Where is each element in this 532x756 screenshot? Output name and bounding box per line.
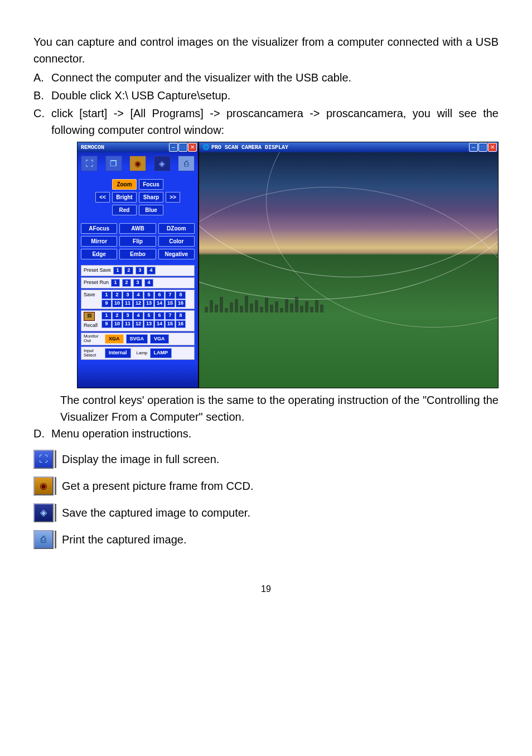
print-icon[interactable]: ⎙ bbox=[178, 156, 195, 171]
input-select-label: Input Select bbox=[84, 349, 103, 358]
recall-num[interactable]: 7 bbox=[165, 312, 175, 320]
lamp-value[interactable]: LAMP bbox=[150, 348, 172, 358]
step-a: A. Connect the computer and the visualiz… bbox=[33, 69, 499, 86]
save-num[interactable]: 9 bbox=[101, 300, 112, 307]
recall-num[interactable]: 3 bbox=[123, 312, 133, 320]
preview-silhouette bbox=[199, 292, 498, 312]
save-num[interactable]: 13 bbox=[144, 300, 154, 307]
blue-button[interactable]: Blue bbox=[139, 205, 163, 215]
recall-row: 🖼 Recall 1 2 3 4 5 6 7 8 9 10 11 12 13 bbox=[81, 310, 195, 331]
save-num[interactable]: 14 bbox=[154, 300, 165, 307]
focus-button[interactable]: Focus bbox=[139, 179, 163, 190]
menu-item-save: ◈ Save the captured image to computer. bbox=[33, 503, 499, 522]
recall-num[interactable]: 11 bbox=[123, 320, 133, 328]
preset-num[interactable]: 1 bbox=[113, 267, 122, 275]
recall-num[interactable]: 4 bbox=[133, 312, 143, 320]
save-num[interactable]: 10 bbox=[112, 300, 122, 307]
recall-num[interactable]: 6 bbox=[154, 312, 165, 320]
intro-paragraph: You can capture and control images on th… bbox=[33, 33, 499, 67]
save-num[interactable]: 8 bbox=[176, 291, 186, 299]
step-d: D. Menu operation instructions. bbox=[33, 425, 499, 442]
preset-num[interactable]: 1 bbox=[111, 279, 120, 287]
sharp-button[interactable]: Sharp bbox=[139, 192, 163, 203]
bright-button[interactable]: Bright bbox=[112, 192, 137, 203]
save-num[interactable]: 16 bbox=[176, 300, 186, 307]
control-grid: Zoom Focus << Bright Sharp >> Red Blue bbox=[81, 179, 195, 215]
menu-item-capture: ◉ Get a present picture frame from CCD. bbox=[33, 476, 499, 495]
next-button[interactable]: >> bbox=[166, 192, 180, 203]
red-button[interactable]: Red bbox=[112, 205, 137, 215]
save-num[interactable]: 1 bbox=[101, 291, 112, 299]
recall-num[interactable]: 1 bbox=[101, 312, 112, 320]
xga-chip[interactable]: XGA bbox=[105, 334, 124, 344]
preset-num[interactable]: 2 bbox=[122, 279, 131, 287]
preset-num[interactable]: 3 bbox=[133, 279, 142, 287]
save-num[interactable]: 2 bbox=[112, 291, 122, 299]
save-num[interactable]: 11 bbox=[123, 300, 133, 307]
window-icon[interactable]: ❐ bbox=[105, 156, 122, 171]
close-icon[interactable]: ✕ bbox=[488, 143, 497, 152]
step-text: Connect the computer and the visualizer … bbox=[51, 69, 499, 86]
recall-num[interactable]: 8 bbox=[176, 312, 186, 320]
step-letter: C. bbox=[33, 105, 51, 138]
dzoom-button[interactable]: DZoom bbox=[158, 223, 195, 234]
svga-chip[interactable]: SVGA bbox=[126, 334, 148, 344]
save-num[interactable]: 5 bbox=[144, 291, 154, 299]
save-num[interactable]: 3 bbox=[123, 291, 133, 299]
save-num[interactable]: 15 bbox=[165, 300, 175, 307]
maximize-icon[interactable]: □ bbox=[178, 143, 187, 152]
camera-icon[interactable]: ◉ bbox=[129, 156, 146, 171]
recall-num[interactable]: 16 bbox=[176, 320, 186, 328]
app-screenshot: REMOCON – □ ✕ ⛶ ❐ ◉ ◈ ⎙ Zoom Focus << B bbox=[77, 142, 499, 388]
close-icon[interactable]: ✕ bbox=[188, 143, 197, 152]
recall-num[interactable]: 13 bbox=[144, 320, 154, 328]
display-titlebar: 🌐 PRO SCAN CAMERA DISPLAY – □ ✕ bbox=[199, 142, 498, 152]
preset-num[interactable]: 3 bbox=[136, 267, 144, 275]
recall-num[interactable]: 14 bbox=[154, 320, 165, 328]
monitor-out-row: Monitor Out XGA SVGA VGA bbox=[81, 333, 195, 346]
flip-button[interactable]: Flip bbox=[119, 236, 156, 247]
recall-num[interactable]: 15 bbox=[165, 320, 175, 328]
mirror-button[interactable]: Mirror bbox=[81, 236, 117, 247]
embo-button[interactable]: Embo bbox=[119, 249, 156, 259]
recall-num[interactable]: 2 bbox=[112, 312, 122, 320]
prev-button[interactable]: << bbox=[95, 192, 110, 203]
save-num[interactable]: 4 bbox=[133, 291, 143, 299]
maximize-icon[interactable]: □ bbox=[478, 143, 487, 152]
color-button[interactable]: Color bbox=[158, 236, 195, 247]
save-num[interactable]: 6 bbox=[154, 291, 165, 299]
preset-num[interactable]: 2 bbox=[124, 267, 133, 275]
minimize-icon[interactable]: – bbox=[169, 143, 178, 152]
save-label: Save bbox=[84, 291, 99, 299]
save-icon[interactable]: ◈ bbox=[154, 156, 171, 171]
recall-numgrid: 1 2 3 4 5 6 7 8 9 10 11 12 13 14 15 16 bbox=[101, 312, 188, 328]
step-letter: D. bbox=[33, 425, 51, 442]
negative-button[interactable]: Negative bbox=[158, 249, 195, 259]
menu-text: Print the captured image. bbox=[62, 531, 186, 548]
recall-num[interactable]: 9 bbox=[101, 320, 112, 328]
save-num[interactable]: 12 bbox=[133, 300, 143, 307]
afocus-button[interactable]: AFocus bbox=[81, 223, 117, 234]
remocon-toolbar: ⛶ ❐ ◉ ◈ ⎙ bbox=[81, 156, 195, 171]
gallery-icon[interactable]: 🖼 bbox=[84, 312, 95, 321]
vga-chip[interactable]: VGA bbox=[150, 334, 169, 344]
preset-num[interactable]: 4 bbox=[144, 279, 153, 287]
save-num[interactable]: 7 bbox=[165, 291, 175, 299]
display-title: 🌐 PRO SCAN CAMERA DISPLAY bbox=[202, 143, 288, 152]
globe-icon: 🌐 bbox=[202, 143, 209, 152]
step-letter: A. bbox=[33, 69, 51, 86]
preset-run-label: Preset Run bbox=[84, 279, 109, 287]
fullscreen-icon[interactable]: ⛶ bbox=[81, 156, 98, 171]
awb-button[interactable]: AWB bbox=[119, 223, 156, 234]
input-select-value[interactable]: Internal bbox=[105, 348, 131, 358]
remocon-titlebar: REMOCON – □ ✕ bbox=[78, 142, 198, 152]
recall-num[interactable]: 12 bbox=[133, 320, 143, 328]
preset-num[interactable]: 4 bbox=[147, 267, 156, 275]
recall-num[interactable]: 5 bbox=[144, 312, 154, 320]
recall-num[interactable]: 10 bbox=[112, 320, 122, 328]
minimize-icon[interactable]: – bbox=[469, 143, 478, 152]
zoom-button[interactable]: Zoom bbox=[112, 179, 137, 190]
edge-button[interactable]: Edge bbox=[81, 249, 117, 259]
step-text: Double click X:\ USB Capture\setup. bbox=[51, 87, 499, 104]
preset-run-row: Preset Run 1 2 3 4 bbox=[81, 277, 195, 288]
